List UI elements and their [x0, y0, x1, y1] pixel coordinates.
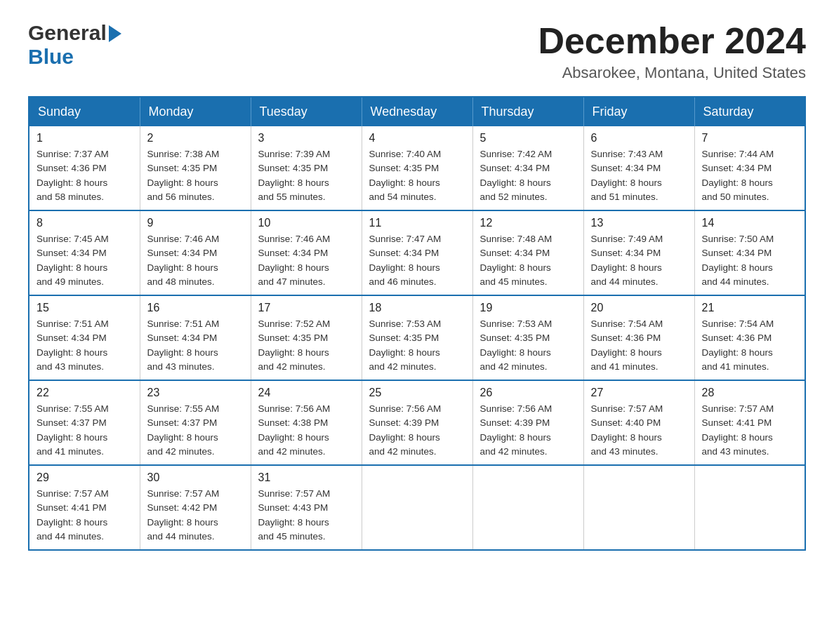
calendar-day-cell: 27 Sunrise: 7:57 AM Sunset: 4:40 PM Dayl… — [583, 380, 694, 465]
calendar-day-cell: 22 Sunrise: 7:55 AM Sunset: 4:37 PM Dayl… — [29, 380, 140, 465]
day-number: 7 — [702, 132, 798, 145]
day-number: 24 — [258, 387, 355, 399]
day-info: Sunrise: 7:56 AM Sunset: 4:39 PM Dayligh… — [369, 402, 465, 459]
day-of-week-header: Sunday — [29, 97, 140, 126]
day-info: Sunrise: 7:55 AM Sunset: 4:37 PM Dayligh… — [37, 402, 133, 459]
day-number: 10 — [258, 217, 355, 229]
day-info: Sunrise: 7:53 AM Sunset: 4:35 PM Dayligh… — [480, 317, 576, 374]
day-number: 29 — [37, 471, 133, 484]
calendar-day-cell: 19 Sunrise: 7:53 AM Sunset: 4:35 PM Dayl… — [472, 295, 583, 380]
day-info: Sunrise: 7:57 AM Sunset: 4:42 PM Dayligh… — [147, 487, 244, 544]
day-info: Sunrise: 7:50 AM Sunset: 4:34 PM Dayligh… — [702, 232, 798, 289]
calendar-week-row: 15 Sunrise: 7:51 AM Sunset: 4:34 PM Dayl… — [29, 295, 805, 380]
page-header: General Blue December 2024 Absarokee, Mo… — [28, 21, 806, 82]
day-info: Sunrise: 7:57 AM Sunset: 4:40 PM Dayligh… — [591, 402, 687, 459]
day-number: 16 — [147, 302, 244, 314]
calendar-day-cell — [472, 465, 583, 550]
calendar-day-cell: 6 Sunrise: 7:43 AM Sunset: 4:34 PM Dayli… — [583, 126, 694, 210]
day-info: Sunrise: 7:54 AM Sunset: 4:36 PM Dayligh… — [591, 317, 687, 374]
day-number: 18 — [369, 302, 465, 314]
day-info: Sunrise: 7:57 AM Sunset: 4:41 PM Dayligh… — [702, 402, 798, 459]
day-info: Sunrise: 7:49 AM Sunset: 4:34 PM Dayligh… — [591, 232, 687, 289]
calendar-day-cell: 13 Sunrise: 7:49 AM Sunset: 4:34 PM Dayl… — [583, 210, 694, 295]
calendar-day-cell: 26 Sunrise: 7:56 AM Sunset: 4:39 PM Dayl… — [472, 380, 583, 465]
calendar-day-cell: 7 Sunrise: 7:44 AM Sunset: 4:34 PM Dayli… — [694, 126, 805, 210]
calendar-day-cell: 18 Sunrise: 7:53 AM Sunset: 4:35 PM Dayl… — [362, 295, 472, 380]
logo-arrow-icon — [109, 25, 121, 42]
day-number: 12 — [480, 217, 576, 229]
calendar-day-cell: 1 Sunrise: 7:37 AM Sunset: 4:36 PM Dayli… — [29, 126, 140, 210]
calendar-day-cell: 28 Sunrise: 7:57 AM Sunset: 4:41 PM Dayl… — [694, 380, 805, 465]
day-number: 26 — [480, 387, 576, 399]
calendar-day-cell: 29 Sunrise: 7:57 AM Sunset: 4:41 PM Dayl… — [29, 465, 140, 550]
day-number: 14 — [702, 217, 798, 229]
day-number: 27 — [591, 387, 687, 399]
day-of-week-header: Friday — [583, 97, 694, 126]
day-number: 2 — [147, 132, 244, 145]
day-number: 20 — [591, 302, 687, 314]
calendar-day-cell: 2 Sunrise: 7:38 AM Sunset: 4:35 PM Dayli… — [140, 126, 251, 210]
location-text: Absarokee, Montana, United States — [538, 64, 806, 82]
day-info: Sunrise: 7:55 AM Sunset: 4:37 PM Dayligh… — [147, 402, 244, 459]
day-number: 19 — [480, 302, 576, 314]
day-info: Sunrise: 7:38 AM Sunset: 4:35 PM Dayligh… — [147, 147, 244, 204]
calendar-week-row: 1 Sunrise: 7:37 AM Sunset: 4:36 PM Dayli… — [29, 126, 805, 210]
calendar-day-cell: 11 Sunrise: 7:47 AM Sunset: 4:34 PM Dayl… — [362, 210, 472, 295]
day-number: 15 — [37, 302, 133, 314]
day-info: Sunrise: 7:51 AM Sunset: 4:34 PM Dayligh… — [147, 317, 244, 374]
calendar-day-cell: 24 Sunrise: 7:56 AM Sunset: 4:38 PM Dayl… — [251, 380, 362, 465]
day-info: Sunrise: 7:43 AM Sunset: 4:34 PM Dayligh… — [591, 147, 687, 204]
day-info: Sunrise: 7:51 AM Sunset: 4:34 PM Dayligh… — [37, 317, 133, 374]
calendar-day-cell: 25 Sunrise: 7:56 AM Sunset: 4:39 PM Dayl… — [362, 380, 472, 465]
day-info: Sunrise: 7:42 AM Sunset: 4:34 PM Dayligh… — [480, 147, 576, 204]
calendar-week-row: 22 Sunrise: 7:55 AM Sunset: 4:37 PM Dayl… — [29, 380, 805, 465]
day-info: Sunrise: 7:56 AM Sunset: 4:38 PM Dayligh… — [258, 402, 355, 459]
day-number: 13 — [591, 217, 687, 229]
day-of-week-header: Wednesday — [362, 97, 472, 126]
day-number: 31 — [258, 471, 355, 484]
day-number: 9 — [147, 217, 244, 229]
calendar-day-cell: 10 Sunrise: 7:46 AM Sunset: 4:34 PM Dayl… — [251, 210, 362, 295]
day-number: 1 — [37, 132, 133, 145]
day-info: Sunrise: 7:46 AM Sunset: 4:34 PM Dayligh… — [147, 232, 244, 289]
day-number: 5 — [480, 132, 576, 145]
day-number: 11 — [369, 217, 465, 229]
day-info: Sunrise: 7:57 AM Sunset: 4:41 PM Dayligh… — [37, 487, 133, 544]
day-number: 3 — [258, 132, 355, 145]
title-section: December 2024 Absarokee, Montana, United… — [538, 21, 806, 82]
logo-blue-text: Blue — [28, 45, 74, 69]
day-info: Sunrise: 7:53 AM Sunset: 4:35 PM Dayligh… — [369, 317, 465, 374]
calendar-week-row: 8 Sunrise: 7:45 AM Sunset: 4:34 PM Dayli… — [29, 210, 805, 295]
calendar-day-cell: 8 Sunrise: 7:45 AM Sunset: 4:34 PM Dayli… — [29, 210, 140, 295]
day-info: Sunrise: 7:39 AM Sunset: 4:35 PM Dayligh… — [258, 147, 355, 204]
calendar-day-cell: 17 Sunrise: 7:52 AM Sunset: 4:35 PM Dayl… — [251, 295, 362, 380]
logo-general-text: General — [28, 21, 107, 45]
calendar-day-cell: 23 Sunrise: 7:55 AM Sunset: 4:37 PM Dayl… — [140, 380, 251, 465]
day-of-week-header: Tuesday — [251, 97, 362, 126]
day-number: 17 — [258, 302, 355, 314]
calendar-day-cell — [362, 465, 472, 550]
day-info: Sunrise: 7:40 AM Sunset: 4:35 PM Dayligh… — [369, 147, 465, 204]
calendar-day-cell: 12 Sunrise: 7:48 AM Sunset: 4:34 PM Dayl… — [472, 210, 583, 295]
day-of-week-header: Thursday — [472, 97, 583, 126]
calendar-day-cell: 3 Sunrise: 7:39 AM Sunset: 4:35 PM Dayli… — [251, 126, 362, 210]
calendar-day-cell: 31 Sunrise: 7:57 AM Sunset: 4:43 PM Dayl… — [251, 465, 362, 550]
calendar-day-cell: 21 Sunrise: 7:54 AM Sunset: 4:36 PM Dayl… — [694, 295, 805, 380]
logo: General Blue — [28, 21, 121, 69]
day-of-week-header: Saturday — [694, 97, 805, 126]
day-info: Sunrise: 7:52 AM Sunset: 4:35 PM Dayligh… — [258, 317, 355, 374]
day-info: Sunrise: 7:37 AM Sunset: 4:36 PM Dayligh… — [37, 147, 133, 204]
day-info: Sunrise: 7:47 AM Sunset: 4:34 PM Dayligh… — [369, 232, 465, 289]
day-info: Sunrise: 7:48 AM Sunset: 4:34 PM Dayligh… — [480, 232, 576, 289]
calendar-day-cell: 4 Sunrise: 7:40 AM Sunset: 4:35 PM Dayli… — [362, 126, 472, 210]
logo-line1: General — [28, 21, 121, 45]
calendar-week-row: 29 Sunrise: 7:57 AM Sunset: 4:41 PM Dayl… — [29, 465, 805, 550]
calendar-day-cell: 15 Sunrise: 7:51 AM Sunset: 4:34 PM Dayl… — [29, 295, 140, 380]
calendar-header-row: SundayMondayTuesdayWednesdayThursdayFrid… — [29, 97, 805, 126]
day-info: Sunrise: 7:46 AM Sunset: 4:34 PM Dayligh… — [258, 232, 355, 289]
day-number: 23 — [147, 387, 244, 399]
day-number: 22 — [37, 387, 133, 399]
calendar-day-cell: 5 Sunrise: 7:42 AM Sunset: 4:34 PM Dayli… — [472, 126, 583, 210]
day-info: Sunrise: 7:45 AM Sunset: 4:34 PM Dayligh… — [37, 232, 133, 289]
day-number: 21 — [702, 302, 798, 314]
